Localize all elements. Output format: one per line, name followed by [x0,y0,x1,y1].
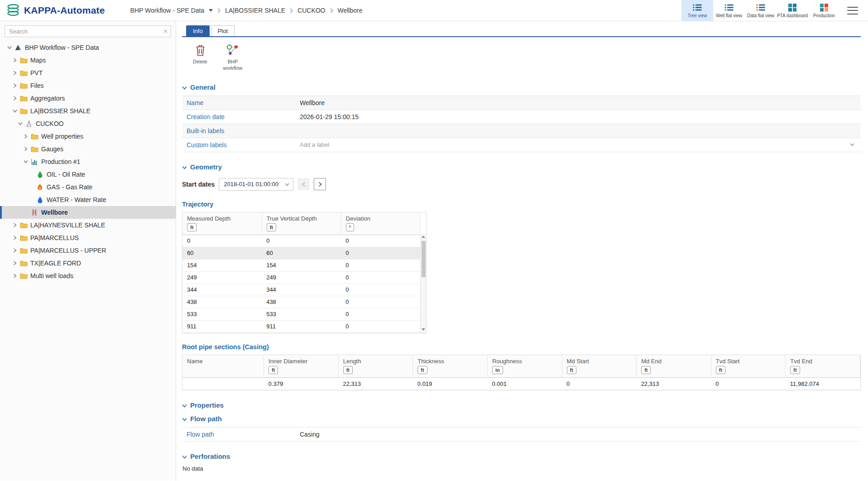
tree-item-well-properties[interactable]: Well properties [0,130,176,143]
previous-date-button[interactable] [297,178,310,190]
scrollbar-thumb[interactable] [422,241,426,277]
table-row[interactable]: 0.37922,3130.0190.001022,313011,982.074 [182,378,860,390]
unit-selector[interactable]: ° [346,223,354,231]
tree-item-aggregators[interactable]: Aggregators [0,92,176,105]
pta-dashboard-icon [788,3,797,12]
column-header: Roughness [487,355,562,366]
scroll-up-icon[interactable] [421,234,426,240]
view-button-pta-dashboard[interactable]: PTA dashboard [777,0,808,21]
expander-collapsed-icon[interactable] [11,223,19,227]
trajectory-scrollbar[interactable] [420,234,426,333]
expander-collapsed-icon[interactable] [11,71,19,75]
tree-item-gas-gas-rate[interactable]: GAS - Gas Rate [0,181,176,193]
next-date-button[interactable] [314,178,326,190]
field-label: Name [182,96,295,110]
delete-button[interactable]: Delete [186,43,214,72]
tab-plot[interactable]: Plot [211,25,235,36]
table-row[interactable]: 000 [182,235,421,247]
unit-selector[interactable]: ft [267,223,276,231]
chevron-down-icon[interactable] [209,9,213,12]
section-flow-path[interactable]: Flow path [182,415,861,423]
gas-flame-icon [35,183,44,191]
cell: 344 [262,284,341,296]
expander-collapsed-icon[interactable] [11,58,19,63]
expander-expanded-icon[interactable] [16,122,24,125]
cell: 0.001 [487,378,562,390]
tree-item-bhp-workflow-spe-data[interactable]: BHP Workflow - SPE Data [0,41,176,54]
folder-icon [19,235,28,241]
unit-selector[interactable]: ft [567,366,576,374]
expander-collapsed-icon[interactable] [11,261,19,265]
section-general[interactable]: General [182,83,861,91]
tree-item-production-1[interactable]: Production #1 [0,155,176,168]
tree-item-pvt[interactable]: PVT [0,67,176,79]
section-perforations[interactable]: Perforations [182,452,861,460]
tree-item-pa-marcellus[interactable]: PA|MARCELLUS [0,231,176,244]
hamburger-menu-icon[interactable] [847,7,858,14]
tree-item-la-haynesville-shale[interactable]: LA|HAYNESVILLE SHALE [0,219,176,231]
expander-expanded-icon[interactable] [22,160,30,164]
unit-selector[interactable]: ft [417,366,427,374]
tree-item-gauges[interactable]: Gauges [0,143,176,155]
tree-item-oil-oil-rate[interactable]: OIL - Oil Rate [0,168,176,181]
cell: 438 [182,296,262,308]
unit-selector[interactable]: ft [790,366,800,374]
expander-collapsed-icon[interactable] [11,83,19,88]
tree-item-water-water-rate[interactable]: WATER - Water Rate [0,193,176,206]
tree-item-tx-eagle-ford[interactable]: TX|EAGLE FORD [0,257,176,269]
expander-collapsed-icon[interactable] [22,147,30,151]
table-row[interactable]: 1541540 [182,259,421,271]
section-properties[interactable]: Properties [182,401,861,409]
unit-selector[interactable]: ft [343,366,353,374]
scroll-down-icon[interactable] [421,327,426,333]
table-row[interactable]: 9119110 [182,320,421,332]
unit-selector[interactable]: ft [269,366,278,374]
breadcrumb-item-bhp-workflow-spe-data[interactable]: BHP Workflow - SPE Data [130,7,205,14]
expander-expanded-icon[interactable] [5,46,14,49]
tree-item-pa-marcellus-upper[interactable]: PA|MARCELLUS - UPPER [0,244,176,257]
tree-item-wellbore[interactable]: Wellbore [0,206,176,219]
expander-collapsed-icon[interactable] [11,274,19,278]
breadcrumb-item-la-bossier-shale[interactable]: LA|BOSSIER SHALE [225,7,285,14]
breadcrumb-item-wellbore[interactable]: Wellbore [338,7,363,14]
expander-collapsed-icon[interactable] [22,134,30,139]
view-button-well-flat-view[interactable]: Well flat view [713,0,745,21]
view-button-data-flat-view[interactable]: Data flat view [745,0,777,21]
expander-expanded-icon[interactable] [11,109,19,113]
tab-info[interactable]: Info [186,25,210,36]
expander-collapsed-icon[interactable] [11,236,19,240]
unit-selector[interactable]: ft [716,366,725,374]
breadcrumb-item-cuckoo[interactable]: CUCKOO [297,7,325,14]
add-label-input[interactable] [300,141,848,148]
root-pipe-table: NameInner DiameterLengthThicknessRoughne… [182,355,861,390]
tree-item-multi-well-loads[interactable]: Multi well loads [0,269,176,282]
table-row[interactable]: 60600 [182,247,421,259]
view-button-tree-view[interactable]: Tree view [681,0,713,21]
tree-item-maps[interactable]: Maps [0,54,176,67]
production-icon [30,158,39,165]
chevron-down-icon [182,401,187,409]
expander-collapsed-icon[interactable] [11,248,19,253]
tree-item-files[interactable]: Files [0,79,176,92]
unit-selector[interactable]: ft [641,366,651,374]
section-geometry[interactable]: Geometry [182,163,861,171]
table-row[interactable]: 5335330 [182,308,421,320]
folder-icon [19,260,28,266]
table-row[interactable]: 3443440 [182,284,421,296]
column-header: Tvd End [786,355,860,366]
expander-collapsed-icon[interactable] [11,96,19,101]
tree-item-cuckoo[interactable]: CUCKOO [0,117,176,130]
bhp-workflow-button[interactable]: BHP workflow [219,43,247,72]
table-row[interactable]: 4384380 [182,296,421,308]
view-button-production[interactable]: Production [808,0,840,21]
tree-item-la-bossier-shale[interactable]: LA|BOSSIER SHALE [0,105,176,117]
table-row[interactable]: 2492490 [182,271,421,284]
search-input[interactable] [5,25,171,37]
clear-search-icon[interactable] [163,29,168,34]
data-flat-view-icon [756,3,766,12]
unit-selector[interactable]: in [492,366,503,374]
chevron-down-icon[interactable] [848,143,856,146]
unit-selector[interactable]: ft [187,223,197,231]
column-header: Md Start [562,355,637,366]
start-date-select[interactable]: 2018-01-01 01:00:00 [219,178,293,191]
